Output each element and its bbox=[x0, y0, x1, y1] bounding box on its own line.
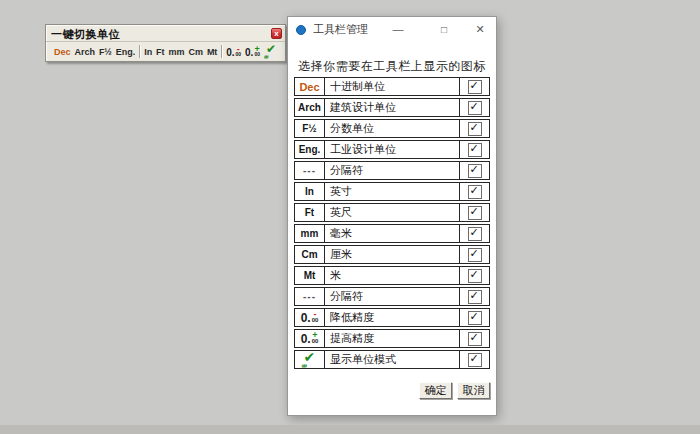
minimize-icon[interactable]: — bbox=[384, 17, 412, 42]
row-checkbox[interactable]: ✓ bbox=[468, 227, 482, 241]
row-checkbox[interactable]: ✓ bbox=[468, 164, 482, 178]
toolbar-button-centimeters[interactable]: Cm bbox=[188, 47, 203, 57]
row-label: 分隔符 bbox=[325, 288, 459, 305]
close-icon[interactable]: ✕ bbox=[466, 17, 494, 42]
dialog-buttons: 确定 取消 bbox=[419, 382, 490, 399]
row-checkbox[interactable]: ✓ bbox=[468, 269, 482, 283]
row-checkbox[interactable]: ✓ bbox=[468, 101, 482, 115]
table-row: Ft英尺✓ bbox=[294, 203, 490, 222]
separator-dashes-icon: --- bbox=[303, 291, 316, 302]
toolbar-button-inches[interactable]: In bbox=[144, 47, 152, 57]
table-row: ✔##显示单位模式✓ bbox=[294, 350, 490, 369]
precision-decrease-icon: 0.-00 bbox=[301, 312, 319, 323]
precision-sign-column: +00 bbox=[312, 333, 319, 344]
row-label: 提高精度 bbox=[325, 330, 459, 347]
row-label: 建筑设计单位 bbox=[325, 99, 459, 116]
cancel-button[interactable]: 取消 bbox=[457, 382, 490, 399]
instruction-text: 选择你需要在工具栏上显示的图标 bbox=[288, 58, 496, 75]
row-check-cell: ✓ bbox=[459, 225, 489, 242]
toolbar-button-decrease-precision[interactable]: 0.-00 bbox=[226, 47, 241, 57]
toolbar-button-fractional-units[interactable]: F½ bbox=[99, 47, 112, 57]
row-checkbox[interactable]: ✓ bbox=[468, 248, 482, 262]
row-icon-cell: --- bbox=[295, 162, 325, 179]
row-check-cell: ✓ bbox=[459, 99, 489, 116]
row-checkbox[interactable]: ✓ bbox=[468, 143, 482, 157]
toolbar-button-feet[interactable]: Ft bbox=[156, 47, 165, 57]
toolbar-button-unit-display-mode[interactable]: ✔## bbox=[264, 45, 277, 58]
row-label: 十进制单位 bbox=[325, 78, 459, 95]
toolbar-button-architectural-units[interactable]: Arch bbox=[74, 47, 95, 57]
checkbox-check-icon: ✓ bbox=[470, 184, 479, 196]
checkbox-check-icon: ✓ bbox=[470, 331, 479, 343]
table-row: ---分隔符✓ bbox=[294, 287, 490, 306]
row-label: 毫米 bbox=[325, 225, 459, 242]
row-icon-text: Dec bbox=[299, 81, 319, 93]
row-checkbox[interactable]: ✓ bbox=[468, 311, 482, 325]
row-icon-cell: Arch bbox=[295, 99, 325, 116]
close-icon[interactable]: x bbox=[271, 28, 282, 39]
checkbox-check-icon: ✓ bbox=[470, 352, 479, 364]
unit-toolbar-titlebar[interactable]: 一键切换单位 x bbox=[46, 25, 285, 42]
row-label: 降低精度 bbox=[325, 309, 459, 326]
table-row: Cm厘米✓ bbox=[294, 245, 490, 264]
row-check-cell: ✓ bbox=[459, 288, 489, 305]
row-icon-text: Arch bbox=[298, 102, 321, 113]
unit-toolbar-window: 一键切换单位 x DecArchF½Eng.InFtmmCmMt0.-000.+… bbox=[45, 24, 286, 62]
toolbar-button-increase-precision[interactable]: 0.+00 bbox=[245, 47, 260, 57]
precision-zero-text: 0. bbox=[226, 48, 234, 57]
toolbar-manager-dialog: 工具栏管理 — □ ✕ 选择你需要在工具栏上显示的图标 Dec十进制单位✓Arc… bbox=[287, 16, 497, 416]
unit-toolbar-title: 一键切换单位 bbox=[51, 28, 120, 40]
precision-sign-column: -00 bbox=[312, 312, 319, 323]
row-icon-cell: Ft bbox=[295, 204, 325, 221]
row-checkbox[interactable]: ✓ bbox=[468, 206, 482, 220]
separator-dashes-icon: --- bbox=[303, 165, 316, 176]
precision-sign-column: +00 bbox=[254, 47, 260, 57]
dialog-titlebar[interactable]: 工具栏管理 — □ ✕ bbox=[288, 17, 496, 42]
row-icon-text: Eng. bbox=[299, 144, 321, 155]
row-icon-cell: Dec bbox=[295, 78, 325, 95]
precision-increase-icon: 0.+00 bbox=[301, 333, 319, 344]
row-icon-cell: Cm bbox=[295, 246, 325, 263]
toolbar-separator bbox=[221, 45, 222, 58]
row-checkbox[interactable]: ✓ bbox=[468, 122, 482, 136]
maximize-icon[interactable]: □ bbox=[430, 17, 458, 42]
row-icon-cell: 0.-00 bbox=[295, 309, 325, 326]
row-checkbox[interactable]: ✓ bbox=[468, 290, 482, 304]
ok-button[interactable]: 确定 bbox=[419, 382, 452, 399]
row-icon-cell: 0.+00 bbox=[295, 330, 325, 347]
toolbar-button-engineering-units[interactable]: Eng. bbox=[116, 47, 136, 57]
row-checkbox[interactable]: ✓ bbox=[468, 185, 482, 199]
precision-zeros-text: 00 bbox=[312, 317, 319, 323]
row-label: 工业设计单位 bbox=[325, 141, 459, 158]
precision-zeros-text: 00 bbox=[236, 52, 242, 57]
checkbox-check-icon: ✓ bbox=[470, 163, 479, 175]
table-row: F½分数单位✓ bbox=[294, 119, 490, 138]
row-checkbox[interactable]: ✓ bbox=[468, 353, 482, 367]
checkbox-check-icon: ✓ bbox=[470, 310, 479, 322]
unit-mode-check-icon: ✔## bbox=[302, 352, 318, 367]
row-check-cell: ✓ bbox=[459, 78, 489, 95]
toolbar-button-meters[interactable]: Mt bbox=[207, 47, 218, 57]
table-row: mm毫米✓ bbox=[294, 224, 490, 243]
row-check-cell: ✓ bbox=[459, 183, 489, 200]
check-hash-marks: ## bbox=[264, 54, 268, 60]
row-icon-cell: Mt bbox=[295, 267, 325, 284]
row-checkbox[interactable]: ✓ bbox=[468, 80, 482, 94]
check-hash-marks: ## bbox=[302, 363, 307, 369]
row-icon-cell: In bbox=[295, 183, 325, 200]
checkbox-check-icon: ✓ bbox=[470, 79, 479, 91]
toolbar-button-decimal-units[interactable]: Dec bbox=[54, 47, 71, 57]
table-row: 0.+00提高精度✓ bbox=[294, 329, 490, 348]
checkbox-check-icon: ✓ bbox=[470, 226, 479, 238]
bottom-strip bbox=[0, 425, 700, 434]
table-row: 0.-00降低精度✓ bbox=[294, 308, 490, 327]
row-icon-cell: F½ bbox=[295, 120, 325, 137]
checkbox-check-icon: ✓ bbox=[470, 142, 479, 154]
row-check-cell: ✓ bbox=[459, 330, 489, 347]
row-label: 显示单位模式 bbox=[325, 351, 459, 368]
toolbar-button-millimeters[interactable]: mm bbox=[169, 47, 185, 57]
row-check-cell: ✓ bbox=[459, 267, 489, 284]
precision-zero-text: 0. bbox=[301, 334, 311, 344]
table-row: ---分隔符✓ bbox=[294, 161, 490, 180]
row-checkbox[interactable]: ✓ bbox=[468, 332, 482, 346]
